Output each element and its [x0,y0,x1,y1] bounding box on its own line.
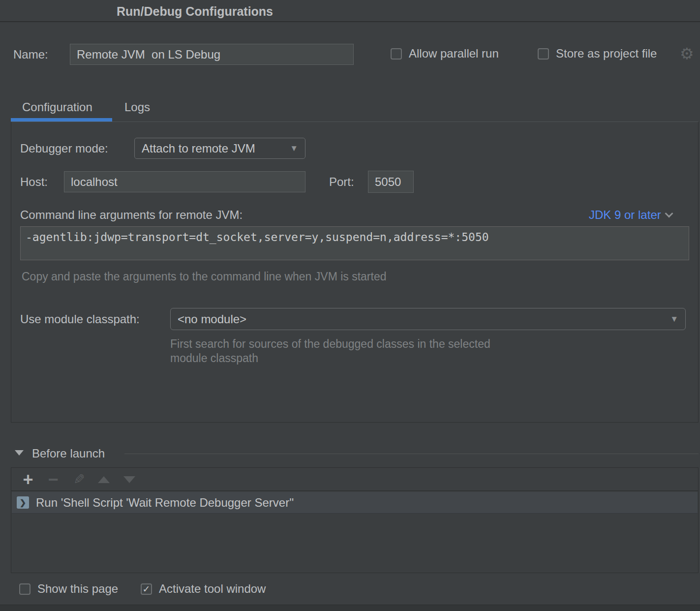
module-classpath-hint-line2: module classpath [170,352,258,365]
arrow-down-icon [123,476,135,483]
before-launch-list-panel: + − ✎ ❯ Run 'Shell Script 'Wait Remote D… [11,467,699,573]
move-task-up-button[interactable] [94,468,114,491]
before-launch-toolbar: + − ✎ [11,468,698,491]
host-label: Host: [20,175,48,189]
debugger-mode-label: Debugger mode: [20,142,108,155]
allow-parallel-run-checkbox[interactable] [391,48,402,60]
port-label: Port: [329,175,354,189]
tab-logs[interactable]: Logs [124,100,150,114]
dropdown-arrow-icon: ▼ [670,314,678,324]
edit-task-button[interactable]: ✎ [69,468,89,491]
before-launch-divider [124,454,699,454]
dropdown-arrow-icon: ▼ [290,144,298,153]
dialog-title: Run/Debug Configurations [117,4,273,19]
chevron-down-icon [665,210,673,218]
move-task-down-button[interactable] [120,468,139,491]
store-as-project-file-option[interactable]: Store as project file [538,47,657,61]
run-debug-configurations-dialog: { "window": { "title": "Run/Debug Config… [0,0,700,611]
active-tab-underline [11,118,112,122]
allow-parallel-run-label: Allow parallel run [409,47,499,61]
arrow-up-icon [98,476,110,483]
add-task-button[interactable]: + [18,468,38,491]
port-input[interactable]: 5050 [368,171,414,193]
before-launch-task-label: Run 'Shell Script 'Wait Remote Debugger … [36,496,294,510]
name-input[interactable]: Remote JVM on LS Debug [70,44,354,65]
before-launch-collapse-icon[interactable] [15,450,24,456]
name-label: Name: [13,48,48,61]
dialog-title-bar: Run/Debug Configurations [0,0,700,22]
store-as-project-file-label: Store as project file [556,47,657,61]
remove-task-button[interactable]: − [43,468,63,491]
activate-tool-window-option[interactable]: ✓ Activate tool window [141,582,266,596]
before-launch-title: Before launch [32,447,105,460]
check-icon: ✓ [143,584,151,594]
jdk-version-label: JDK 9 or later [589,208,661,222]
tab-configuration[interactable]: Configuration [22,100,92,114]
show-this-page-checkbox[interactable] [19,583,30,595]
show-this-page-label: Show this page [37,582,118,596]
command-line-args-hint: Copy and paste the arguments to the comm… [22,270,387,283]
debugger-mode-dropdown[interactable]: Attach to remote JVM ▼ [134,138,305,159]
shell-prompt-glyph: ❯ [20,498,26,507]
allow-parallel-run-option[interactable]: Allow parallel run [391,47,499,61]
activate-tool-window-checkbox[interactable]: ✓ [141,583,152,595]
dialog-bottom-strip [0,605,700,611]
activate-tool-window-label: Activate tool window [159,582,266,596]
module-classpath-value: <no module> [178,312,246,326]
before-launch-task-row[interactable]: ❯ Run 'Shell Script 'Wait Remote Debugge… [12,492,698,514]
debugger-mode-value: Attach to remote JVM [142,142,255,155]
module-classpath-hint-line1: First search for sources of the debugged… [170,337,490,351]
module-classpath-dropdown[interactable]: <no module> ▼ [170,308,686,330]
gear-glyph: ⚙ [680,45,694,62]
configuration-panel: Debugger mode: Attach to remote JVM ▼ Ho… [11,122,699,423]
store-as-project-file-checkbox[interactable] [538,48,549,60]
show-this-page-option[interactable]: Show this page [19,582,118,596]
command-line-args-label: Command line arguments for remote JVM: [20,208,243,222]
gear-icon[interactable]: ⚙ ▾ [680,46,700,61]
shell-script-icon: ❯ [17,496,29,509]
command-line-args-textarea[interactable]: -agentlib:jdwp=transport=dt_socket,serve… [20,226,689,260]
jdk-version-selector[interactable]: JDK 9 or later [589,208,672,222]
module-classpath-label: Use module classpath: [20,312,140,326]
host-input[interactable]: localhost [64,171,305,192]
